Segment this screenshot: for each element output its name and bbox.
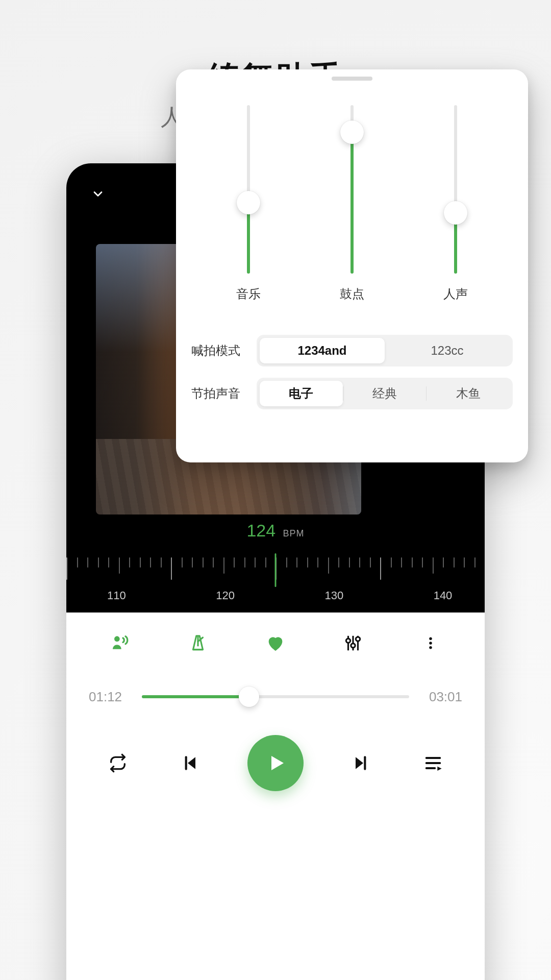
svg-point-8 — [429, 642, 432, 645]
more-button[interactable] — [415, 628, 446, 658]
svg-point-9 — [429, 646, 432, 649]
seek-fill — [142, 695, 249, 698]
bpm-value: 124 — [246, 521, 276, 541]
elapsed-time: 01:12 — [89, 689, 130, 705]
slider-thumb[interactable] — [444, 201, 467, 225]
bpm-unit: BPM — [283, 528, 305, 538]
mixer-sliders: 音乐 鼓点 人声 — [176, 100, 528, 314]
repeat-button[interactable] — [103, 748, 133, 778]
repeat-icon — [108, 753, 128, 773]
ruler-label: 110 — [107, 589, 126, 602]
skip-next-icon — [350, 753, 371, 773]
slider-track[interactable] — [247, 105, 250, 274]
seek-thumb[interactable] — [239, 687, 259, 707]
beat-sound-option-2[interactable]: 木鱼 — [427, 381, 510, 406]
slider-track[interactable] — [350, 105, 354, 274]
ruler-label: 120 — [216, 589, 235, 602]
chevron-down-icon — [91, 187, 105, 201]
bpm-ruler[interactable]: 110 120 130 140 — [66, 557, 485, 603]
ruler-label: 140 — [434, 589, 453, 602]
next-button[interactable] — [345, 748, 376, 778]
collapse-button[interactable] — [87, 183, 109, 205]
voice-count-button[interactable] — [105, 628, 136, 658]
slider-drums: 鼓点 — [340, 100, 364, 314]
slider-music: 音乐 — [236, 100, 261, 314]
beat-sound-label: 节拍声音 — [191, 385, 247, 402]
beat-sound-option-1[interactable]: 经典 — [343, 381, 427, 406]
count-mode-option-1[interactable]: 123cc — [385, 338, 510, 363]
ruler-label: 130 — [324, 589, 343, 602]
toolbar — [66, 612, 485, 674]
more-icon — [423, 635, 438, 651]
transport-controls — [66, 720, 485, 801]
play-icon — [263, 751, 288, 775]
count-mode-label: 喊拍模式 — [191, 342, 247, 359]
svg-point-6 — [356, 637, 360, 641]
slider-label: 人声 — [443, 286, 468, 302]
mixer-panel: 音乐 鼓点 人声 喊拍模式 1234and — [176, 69, 528, 462]
favorite-button[interactable] — [260, 628, 291, 658]
queue-icon — [423, 753, 443, 773]
slider-thumb[interactable] — [237, 191, 260, 214]
count-mode-segmented: 1234and 123cc — [257, 335, 513, 366]
equalizer-button[interactable] — [338, 628, 368, 658]
metronome-button[interactable] — [183, 628, 213, 658]
slider-label: 音乐 — [236, 286, 261, 302]
sheet-grabber[interactable] — [332, 77, 372, 81]
beat-sound-row: 节拍声音 电子 经典 木鱼 — [191, 378, 513, 409]
progress-bar: 01:12 03:01 — [66, 674, 485, 720]
prev-button[interactable] — [175, 748, 206, 778]
seek-slider[interactable] — [142, 695, 409, 698]
heart-icon — [265, 633, 286, 653]
slider-fill — [350, 132, 354, 274]
beat-sound-segmented: 电子 经典 木鱼 — [257, 378, 513, 409]
skip-prev-icon — [180, 753, 201, 773]
metronome-icon — [188, 633, 208, 653]
promo-page: 练舞助手 人声节拍器、精准调速 AudioTrack 10 124 BPM 11… — [0, 0, 551, 980]
bpm-area: 124 BPM 110 120 130 140 — [66, 521, 485, 623]
mixer-options: 喊拍模式 1234and 123cc 节拍声音 电子 经典 木鱼 — [176, 335, 528, 421]
play-button[interactable] — [247, 735, 304, 791]
beat-sound-option-0[interactable]: 电子 — [260, 381, 343, 406]
count-mode-row: 喊拍模式 1234and 123cc — [191, 335, 513, 366]
sliders-icon — [343, 633, 363, 653]
count-mode-option-0[interactable]: 1234and — [260, 338, 385, 363]
svg-point-5 — [351, 644, 355, 648]
slider-track[interactable] — [454, 105, 457, 274]
svg-point-3 — [114, 636, 120, 642]
slider-thumb[interactable] — [340, 120, 364, 144]
svg-point-4 — [346, 639, 350, 643]
controls-panel: 01:12 03:01 — [66, 612, 485, 980]
bpm-needle — [275, 553, 277, 587]
queue-button[interactable] — [418, 748, 448, 778]
total-time: 03:01 — [421, 689, 462, 705]
voice-icon — [110, 633, 131, 653]
slider-label: 鼓点 — [340, 286, 364, 302]
slider-voice: 人声 — [443, 100, 468, 314]
svg-point-7 — [429, 638, 432, 641]
